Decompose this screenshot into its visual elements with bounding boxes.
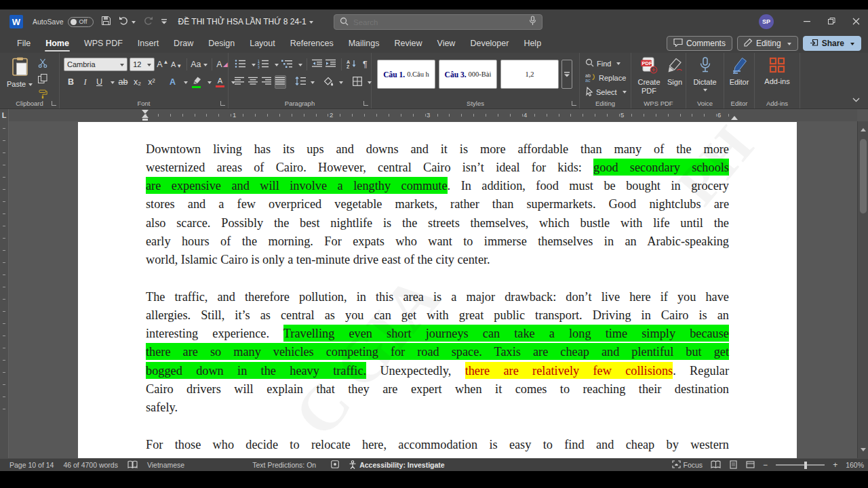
avatar[interactable]: SP	[759, 14, 774, 29]
styles-dialog-launcher[interactable]	[572, 101, 576, 106]
restore-button[interactable]	[819, 9, 844, 34]
zoom-slider[interactable]	[776, 464, 825, 466]
multilevel-list-button[interactable]	[281, 58, 294, 71]
vertical-ruler[interactable]	[0, 121, 9, 458]
underline-dropdown[interactable]	[111, 81, 115, 86]
left-indent-marker[interactable]	[142, 119, 148, 121]
document-title[interactable]: ĐỀ THI THỬ HSA LẦN THỨ 8 24-1	[178, 17, 313, 26]
accessibility-status[interactable]: Accessibility: Investigate	[349, 460, 444, 470]
zoom-out-button[interactable]: −	[763, 460, 768, 470]
sign-button[interactable]: Sign	[664, 57, 686, 87]
undo-button[interactable]	[119, 16, 136, 28]
show-hide-marks-button[interactable]: ¶	[359, 58, 371, 71]
bullets-button[interactable]	[234, 58, 247, 71]
style-card[interactable]: 1,2	[500, 60, 559, 89]
proofing-button[interactable]	[127, 460, 138, 470]
tab-wps-pdf[interactable]: WPS PDF	[77, 34, 130, 53]
macro-record-button[interactable]	[331, 460, 339, 470]
font-name-select[interactable]: Cambria	[64, 58, 127, 71]
save-button[interactable]	[101, 16, 111, 28]
tab-stop-selector[interactable]: L	[0, 109, 9, 121]
focus-button[interactable]: Focus	[672, 460, 703, 470]
borders-button[interactable]	[351, 75, 363, 89]
collapse-ribbon-button[interactable]	[852, 93, 860, 105]
justify-button[interactable]	[275, 75, 286, 89]
tab-insert[interactable]: Insert	[130, 34, 166, 53]
highlight-button[interactable]	[191, 75, 202, 89]
paragraph-dialog-launcher[interactable]	[363, 101, 368, 106]
document-page[interactable]: Downtown living has its ups and downs an…	[78, 122, 797, 458]
horizontal-ruler[interactable]: 123456	[9, 109, 857, 121]
title-dropdown-icon[interactable]	[309, 21, 313, 26]
tab-layout[interactable]: Layout	[242, 34, 283, 53]
replace-button[interactable]: abacReplace	[585, 71, 626, 84]
text-effects-dropdown[interactable]	[184, 81, 188, 86]
clipboard-dialog-launcher[interactable]	[52, 101, 56, 106]
word-logo-icon[interactable]: W	[9, 15, 23, 28]
bold-button[interactable]: B	[65, 75, 77, 89]
tab-mailings[interactable]: Mailings	[341, 34, 387, 53]
share-button[interactable]: Share	[803, 36, 861, 51]
cut-icon[interactable]	[38, 58, 47, 70]
style-card[interactable]: Câu 3.000-Bài	[439, 60, 497, 89]
minimize-button[interactable]	[795, 9, 819, 34]
select-button[interactable]: Select	[585, 85, 627, 98]
editor-button[interactable]: Editor	[724, 53, 754, 87]
numbering-button[interactable]: 123	[258, 58, 271, 71]
search-input[interactable]	[353, 18, 529, 26]
zoom-in-button[interactable]: +	[833, 460, 837, 470]
line-spacing-button[interactable]	[294, 75, 306, 89]
highlight-dropdown[interactable]	[208, 81, 212, 86]
create-pdf-button[interactable]: PDF Create PDF	[634, 57, 664, 96]
styles-gallery-more-button[interactable]	[561, 60, 572, 89]
font-color-button[interactable]: A	[214, 75, 226, 89]
strikethrough-button[interactable]: ab	[117, 75, 129, 89]
quick-access-customize-button[interactable]	[161, 16, 167, 28]
hanging-indent-marker[interactable]	[142, 110, 149, 118]
search-box[interactable]	[334, 14, 542, 30]
editing-mode-button[interactable]: Editing	[737, 36, 798, 51]
decrease-indent-button[interactable]	[311, 58, 323, 71]
shading-button[interactable]	[323, 75, 334, 89]
increase-indent-button[interactable]	[325, 58, 337, 71]
text-predictions-indicator[interactable]: Text Predictions: On	[252, 461, 316, 469]
undo-dropdown-icon[interactable]	[132, 21, 136, 26]
tab-home[interactable]: Home	[38, 34, 77, 53]
web-layout-button[interactable]	[746, 460, 755, 470]
grow-font-button[interactable]: A▲	[157, 58, 168, 71]
close-button[interactable]	[844, 9, 868, 34]
underline-button[interactable]: U	[94, 75, 105, 89]
vertical-scrollbar[interactable]	[857, 121, 868, 458]
tab-references[interactable]: References	[283, 34, 341, 53]
paste-button[interactable]: Paste	[7, 57, 33, 89]
shrink-font-button[interactable]: A▼	[171, 58, 182, 71]
clear-formatting-button[interactable]: A◢	[216, 58, 228, 71]
search-mic-icon[interactable]	[529, 16, 536, 28]
style-card[interactable]: Câu 1.0.Câu h	[377, 60, 435, 89]
align-center-button[interactable]	[248, 75, 259, 89]
tab-file[interactable]: File	[9, 34, 38, 53]
text-effects-button[interactable]: A	[167, 75, 178, 89]
scrollbar-thumb[interactable]	[860, 139, 867, 214]
font-dialog-launcher[interactable]	[220, 101, 225, 106]
find-button[interactable]: Find	[585, 57, 620, 70]
tab-view[interactable]: View	[430, 34, 463, 53]
right-indent-marker[interactable]	[731, 113, 738, 120]
zoom-level[interactable]: 160%	[846, 461, 864, 469]
tab-draw[interactable]: Draw	[166, 34, 201, 53]
word-count[interactable]: 46 of 4700 words	[63, 461, 118, 469]
align-right-button[interactable]	[261, 75, 273, 89]
tab-help[interactable]: Help	[516, 34, 549, 53]
copy-icon[interactable]	[38, 74, 47, 86]
language-indicator[interactable]: Vietnamese	[147, 461, 184, 469]
addins-button[interactable]: Add-ins	[755, 53, 800, 86]
document-text[interactable]: Downtown living has its ups and downs an…	[78, 122, 797, 453]
align-left-button[interactable]	[234, 75, 245, 89]
print-layout-button[interactable]	[729, 460, 738, 470]
autosave-toggle[interactable]: Off	[68, 17, 94, 27]
sort-button[interactable]: AZ	[346, 58, 357, 71]
scroll-down-icon[interactable]	[861, 448, 866, 454]
scroll-up-icon[interactable]	[861, 125, 866, 131]
comments-button[interactable]: Comments	[667, 36, 732, 51]
tab-review[interactable]: Review	[387, 34, 430, 53]
